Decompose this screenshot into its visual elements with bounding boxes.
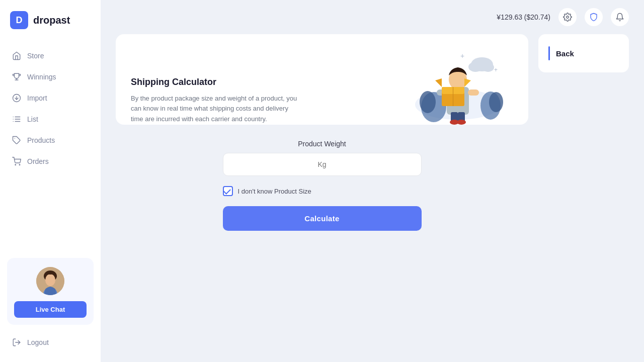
logo-text: dropast <box>33 15 70 26</box>
download-icon <box>12 94 21 103</box>
hero-text: Shipping Calculator By the product packa… <box>131 77 302 125</box>
logo-area: D dropast <box>0 0 101 40</box>
sidebar-item-label: List <box>27 115 38 123</box>
trophy-icon <box>12 72 21 81</box>
svg-point-20 <box>468 62 482 72</box>
hero-card: Shipping Calculator By the product packa… <box>116 34 528 125</box>
weight-field-group: Product Weight <box>223 140 422 176</box>
sidebar-item-products[interactable]: Products <box>0 130 101 151</box>
sidebar-item-winnings[interactable]: Winnings <box>0 66 101 87</box>
checkbox-group: I don't know Product Size <box>223 186 422 196</box>
sidebar-item-label: Products <box>27 136 55 144</box>
svg-point-12 <box>19 164 20 165</box>
balance-display: ¥129.63 ($20.74) <box>497 13 550 21</box>
shield-icon-btn[interactable] <box>585 8 603 26</box>
store-icon <box>12 51 21 60</box>
svg-text:+: + <box>460 52 464 60</box>
checkbox-row: I don't know Product Size <box>223 186 311 196</box>
live-chat-card: Live Chat <box>7 258 94 325</box>
logout-item[interactable]: Logout <box>7 333 94 352</box>
sidebar-item-label: Store <box>27 52 44 60</box>
svg-point-38 <box>457 120 466 125</box>
logout-icon <box>12 338 21 347</box>
notifications-button[interactable] <box>611 8 629 26</box>
back-panel: Back <box>538 34 629 347</box>
svg-point-27 <box>489 92 503 112</box>
sidebar: D dropast Store Winnings <box>0 0 101 362</box>
weight-label: Product Weight <box>298 140 346 148</box>
svg-point-17 <box>567 16 569 19</box>
avatar <box>36 267 64 295</box>
weight-input[interactable] <box>223 153 422 176</box>
sidebar-item-list[interactable]: List <box>0 109 101 130</box>
svg-text:+: + <box>494 66 498 73</box>
cart-icon <box>12 157 21 166</box>
sidebar-item-store[interactable]: Store <box>0 45 101 66</box>
svg-point-21 <box>482 63 494 72</box>
svg-point-25 <box>420 91 436 113</box>
live-chat-button[interactable]: Live Chat <box>14 301 87 318</box>
sidebar-item-orders[interactable]: Orders <box>0 151 101 172</box>
page-title: Shipping Calculator <box>131 77 302 87</box>
calculator-section: Shipping Calculator By the product packa… <box>116 34 528 347</box>
svg-rect-31 <box>468 89 479 96</box>
tag-icon <box>12 136 21 145</box>
logout-label: Logout <box>27 338 49 346</box>
hero-description: By the product package size and weight o… <box>131 94 302 125</box>
sidebar-item-label: Import <box>27 94 47 102</box>
sidebar-bottom: Live Chat Logout <box>0 258 101 352</box>
list-icon <box>12 115 21 124</box>
checkbox-label: I don't know Product Size <box>238 188 311 195</box>
hero-illustration: + + <box>403 49 513 125</box>
sidebar-item-import[interactable]: Import <box>0 87 101 109</box>
calculate-button[interactable]: Calculate <box>223 206 422 231</box>
back-label: Back <box>556 49 574 58</box>
back-card[interactable]: Back <box>538 34 629 72</box>
page-content: Shipping Calculator By the product packa… <box>101 34 644 362</box>
header: ¥129.63 ($20.74) <box>101 0 644 34</box>
svg-point-15 <box>45 274 55 286</box>
product-size-checkbox[interactable] <box>223 186 233 196</box>
sidebar-item-label: Winnings <box>27 73 56 81</box>
settings-button[interactable] <box>558 8 577 26</box>
main-content: ¥129.63 ($20.74) Shipping Calculator By … <box>101 0 644 362</box>
sidebar-item-label: Orders <box>27 157 49 165</box>
main-nav: Store Winnings Import <box>0 40 101 258</box>
form-section: Product Weight I don't know Product Size… <box>116 135 528 236</box>
logo-icon: D <box>10 11 28 29</box>
back-accent <box>548 46 550 60</box>
svg-point-11 <box>15 164 16 165</box>
